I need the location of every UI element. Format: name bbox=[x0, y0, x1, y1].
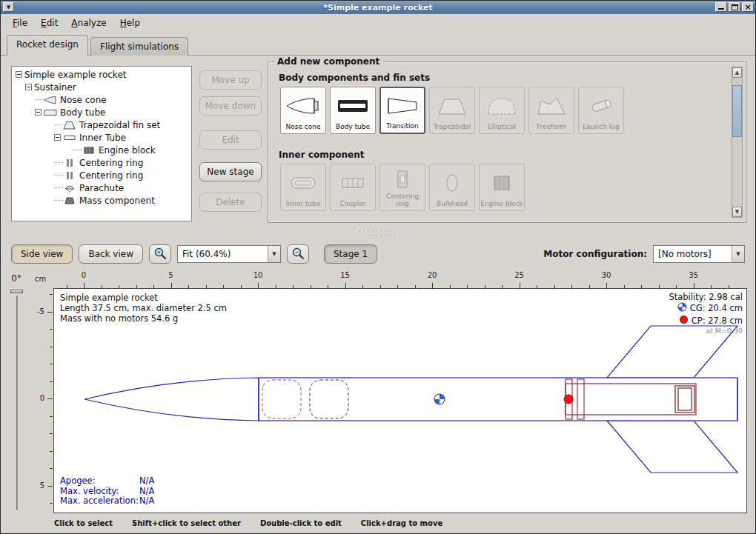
stability-info: Stability: 2.98 cal CG: 20.4 cm CP: 27.8… bbox=[669, 292, 743, 336]
flight-data-label: Apogee: bbox=[60, 476, 139, 487]
component-button-body-tube[interactable]: Body tube bbox=[330, 87, 376, 134]
tree-item-body-tube[interactable]: Body tube bbox=[12, 106, 191, 119]
scrollbar-thumb[interactable] bbox=[732, 85, 742, 137]
ruler-tick bbox=[258, 283, 259, 288]
group-title: Add new component bbox=[274, 56, 382, 67]
chevron-down-icon[interactable]: ▼ bbox=[268, 246, 280, 262]
component-button-inner-tube[interactable]: Inner tube bbox=[280, 164, 326, 211]
collapse-icon[interactable] bbox=[35, 109, 42, 116]
body-tube-icon bbox=[44, 108, 57, 117]
title-bar[interactable]: ▼ *Simple example rocket × bbox=[1, 1, 755, 14]
collapse-icon[interactable] bbox=[54, 134, 61, 141]
stage-1-toggle[interactable]: Stage 1 bbox=[324, 244, 377, 264]
side-view-button[interactable]: Side view bbox=[11, 244, 73, 264]
edit-button[interactable]: Edit bbox=[199, 130, 262, 150]
tree-item-engine-block[interactable]: Engine block bbox=[12, 144, 191, 156]
collapse-icon[interactable] bbox=[25, 84, 32, 90]
motor-configuration-combobox[interactable]: [No motors] ▼ bbox=[653, 245, 745, 263]
tree-item-nose-cone[interactable]: Nose cone bbox=[12, 93, 191, 106]
cp-symbol bbox=[564, 395, 573, 404]
component-button-label: Inner tube bbox=[285, 201, 322, 210]
tree-item-fin-set[interactable]: Trapezoidal fin set bbox=[12, 119, 191, 131]
ruler-tick bbox=[520, 283, 520, 288]
system-menu-icon[interactable]: ▼ bbox=[3, 2, 14, 12]
chevron-down-icon[interactable]: ▼ bbox=[732, 246, 744, 262]
component-button-launch-lug[interactable]: Launch lug bbox=[578, 87, 624, 134]
ruler-tick bbox=[694, 283, 694, 288]
menu-analyze[interactable]: Analyze bbox=[65, 16, 112, 30]
nose-cone-icon bbox=[44, 96, 57, 104]
back-view-button[interactable]: Back view bbox=[79, 244, 143, 264]
freeform-fin-icon bbox=[534, 87, 569, 124]
tree-item-parachute[interactable]: Parachute bbox=[12, 181, 191, 194]
component-button-freeform[interactable]: Freeform bbox=[528, 87, 574, 134]
zoom-combobox[interactable]: Fit (60.4%) ▼ bbox=[177, 245, 281, 263]
ruler-tick bbox=[50, 433, 53, 434]
nose-cone-icon bbox=[285, 87, 321, 124]
minimize-button[interactable] bbox=[715, 2, 727, 12]
ruler-tick bbox=[47, 398, 53, 399]
elliptical-fin-icon bbox=[484, 87, 520, 124]
component-tree: Simple example rocket Sustainer Nose con… bbox=[11, 66, 192, 221]
tree-item-centering-ring-2[interactable]: Centering ring bbox=[12, 169, 191, 181]
section-inner-components: Inner component bbox=[279, 150, 364, 160]
menu-file[interactable]: File bbox=[7, 16, 33, 30]
tree-item-sustainer[interactable]: Sustainer bbox=[12, 81, 191, 93]
new-stage-button[interactable]: New stage bbox=[199, 162, 262, 181]
component-button-centering-ring[interactable]: Centering ring bbox=[379, 164, 425, 211]
tree-item-mass-component[interactable]: Mass component bbox=[12, 194, 191, 207]
ruler-label: 0 bbox=[82, 271, 86, 279]
rocket-info: Simple example rocket Length 37.5 cm, ma… bbox=[60, 293, 227, 324]
maximize-button[interactable] bbox=[729, 2, 740, 12]
vertical-ruler: -505 bbox=[33, 288, 53, 513]
menu-bar: File Edit Analyze Help bbox=[1, 14, 755, 32]
component-button-transition[interactable]: Transition bbox=[379, 87, 425, 134]
collapse-icon[interactable] bbox=[16, 71, 22, 78]
component-button-nose-cone[interactable]: Nose cone bbox=[280, 87, 326, 134]
ruler-label: 5 bbox=[168, 271, 173, 279]
zoom-out-button[interactable] bbox=[287, 244, 309, 264]
ruler-tick bbox=[84, 283, 84, 288]
engine-block-icon bbox=[484, 164, 520, 201]
scroll-down-icon[interactable]: ▼ bbox=[732, 207, 742, 217]
section-body-components: Body components and fin sets bbox=[279, 73, 430, 83]
component-button-label: Body tube bbox=[335, 124, 371, 133]
rotation-slider-thumb[interactable] bbox=[10, 290, 23, 293]
component-button-trapezoidal[interactable]: Trapezoidal bbox=[429, 87, 475, 134]
component-scrollbar[interactable]: ▲ ▼ bbox=[732, 67, 743, 218]
maximize-icon bbox=[732, 4, 738, 10]
tree-item-centering-ring-1[interactable]: Centering ring bbox=[12, 156, 191, 169]
move-down-button[interactable]: Move down bbox=[199, 96, 262, 116]
ruler-tick bbox=[50, 347, 53, 347]
component-button-label: Freeform bbox=[536, 124, 567, 133]
tree-item-label: Body tube bbox=[60, 107, 105, 118]
tab-rocket-design[interactable]: Rocket design bbox=[7, 35, 88, 56]
tree-item-rocket[interactable]: Simple example rocket bbox=[12, 68, 191, 81]
ruler-label: 25 bbox=[514, 271, 524, 279]
zoom-in-icon bbox=[153, 247, 167, 262]
close-button[interactable]: × bbox=[742, 2, 754, 12]
component-button-label: Launch lug bbox=[582, 124, 620, 133]
tree-item-label: Sustainer bbox=[34, 82, 76, 93]
menu-help[interactable]: Help bbox=[114, 16, 146, 30]
tree-item-label: Trapezoidal fin set bbox=[79, 120, 160, 130]
tree-item-inner-tube[interactable]: Inner Tube bbox=[12, 131, 191, 144]
component-button-label: Centering ring bbox=[380, 193, 425, 210]
scroll-up-icon[interactable]: ▲ bbox=[732, 67, 742, 78]
component-button-bulkhead[interactable]: Bulkhead bbox=[429, 164, 475, 211]
tree-connector bbox=[54, 162, 63, 163]
move-up-button[interactable]: Move up bbox=[199, 70, 262, 90]
menu-edit[interactable]: Edit bbox=[35, 16, 64, 30]
component-button-elliptical[interactable]: Elliptical bbox=[479, 87, 525, 134]
tab-flight-simulations[interactable]: Flight simulations bbox=[90, 37, 188, 56]
rocket-figure[interactable]: Simple example rocket Length 37.5 cm, ma… bbox=[53, 288, 747, 513]
window-title: *Simple example rocket bbox=[1, 3, 755, 13]
zoom-in-button[interactable] bbox=[149, 244, 171, 264]
component-button-engine-block[interactable]: Engine block bbox=[479, 164, 525, 211]
body-tube-outline bbox=[259, 378, 737, 421]
splitter-handle[interactable]: ·················· bbox=[1, 229, 755, 239]
tree-connector bbox=[54, 124, 63, 125]
rotation-slider[interactable] bbox=[16, 296, 18, 510]
delete-button[interactable]: Delete bbox=[199, 193, 262, 212]
component-button-coupler[interactable]: Coupler bbox=[330, 164, 376, 211]
